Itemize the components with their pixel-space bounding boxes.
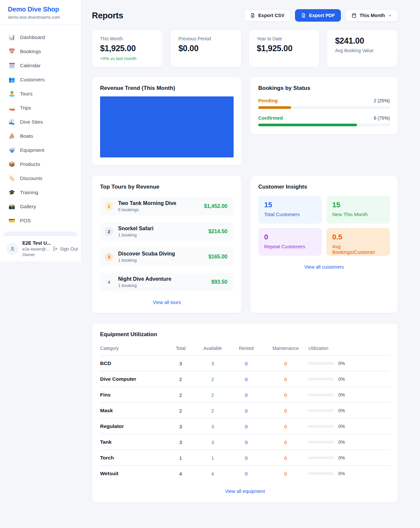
tour-bookings: 1 booking bbox=[118, 283, 171, 288]
tile-label: Total Customers bbox=[264, 212, 316, 217]
page-header: Reports Export CSV Export PDF This Month bbox=[92, 9, 398, 22]
stat-label: Year to Date bbox=[257, 36, 312, 41]
export-file-icon bbox=[301, 13, 306, 18]
sidebar-item-gallery[interactable]: 📸 Gallery bbox=[0, 199, 81, 213]
tile-value: 0.5 bbox=[332, 233, 384, 241]
tour-name: Discover Scuba Diving bbox=[118, 251, 175, 257]
island-icon: 🏝️ bbox=[9, 91, 15, 96]
sidebar-item-label: Boats bbox=[20, 133, 33, 139]
sidebar-item-products[interactable]: 📦 Products bbox=[0, 157, 81, 171]
cell-rented: 0 bbox=[229, 387, 263, 403]
utilization-bar bbox=[308, 409, 334, 412]
cell-maintenance: 0 bbox=[263, 403, 308, 418]
table-row: Torch 1 1 0 0 0% bbox=[100, 450, 390, 466]
cell-total: 1 bbox=[165, 450, 196, 466]
cell-total: 3 bbox=[165, 434, 196, 450]
export-pdf-label: Export PDF bbox=[309, 13, 335, 18]
sidebar-item-discounts[interactable]: 🏷️ Discounts bbox=[0, 171, 81, 185]
tour-row: 4 Night Dive Adventure 1 booking $93.50 bbox=[100, 273, 234, 291]
logout-icon bbox=[53, 246, 58, 252]
sidebar-item-label: Products bbox=[20, 161, 40, 167]
utilization-bar bbox=[308, 394, 334, 396]
view-all-customers-link[interactable]: View all customers bbox=[258, 264, 390, 270]
stat-label: This Month bbox=[100, 36, 155, 41]
tour-bookings: 1 booking bbox=[118, 258, 175, 263]
sidebar-item-label: Gallery bbox=[20, 204, 36, 210]
sidebar-item-label: Tours bbox=[20, 91, 32, 97]
cell-rented: 0 bbox=[229, 434, 263, 450]
tile-repeat-customers: 0 Repeat Customers bbox=[258, 228, 322, 256]
calendar-icon: 🗓️ bbox=[9, 63, 15, 68]
chevron-down-icon bbox=[388, 13, 392, 18]
sidebar-item-customers[interactable]: 👥 Customers bbox=[0, 72, 81, 87]
cell-available: 2 bbox=[196, 371, 229, 387]
sidebar-item-label: Dive Sites bbox=[20, 119, 43, 125]
cell-rented: 0 bbox=[229, 466, 263, 481]
revenue-trend-title: Revenue Trend (This Month) bbox=[100, 85, 234, 91]
utilization-bar bbox=[308, 425, 334, 428]
bookings-by-status-card: Bookings by Status Pending 2 (25%) Confi… bbox=[250, 77, 398, 134]
col-header-rented: Rented bbox=[229, 342, 263, 355]
sign-out-label: Sign Out bbox=[60, 246, 78, 252]
export-csv-button[interactable]: Export CSV bbox=[244, 9, 290, 22]
utilization-bar bbox=[308, 378, 334, 380]
table-row: Mask 2 2 0 0 0% bbox=[100, 403, 390, 418]
sidebar-item-calendar[interactable]: 🗓️ Calendar bbox=[0, 58, 81, 72]
export-pdf-button[interactable]: Export PDF bbox=[295, 9, 341, 22]
view-all-equipment-link[interactable]: View all equipment bbox=[100, 489, 390, 494]
table-row: Dive Computer 2 2 0 0 0% bbox=[100, 371, 390, 387]
sidebar-item-label: Dashboard bbox=[20, 34, 45, 40]
tour-row: 3 Discover Scuba Diving 1 booking $165.0… bbox=[100, 248, 234, 266]
sidebar-item-pos[interactable]: 💳 POS bbox=[0, 213, 81, 228]
tile-avg-bookings: 0.5 Avg Bookings/Customer bbox=[326, 228, 390, 256]
sidebar-item-equipment[interactable]: 🤿 Equipment bbox=[0, 143, 81, 157]
tour-name: Night Dive Adventure bbox=[118, 276, 171, 282]
sidebar-item-training[interactable]: 🎓 Training bbox=[0, 185, 81, 199]
sidebar-item-dive-sites[interactable]: 🌊 Dive Sites bbox=[0, 115, 81, 129]
sidebar-item-trips[interactable]: 🚤 Trips bbox=[0, 101, 81, 115]
top-tours-title: Top Tours by Revenue bbox=[100, 184, 234, 190]
tour-row: 2 Snorkel Safari 1 booking $214.50 bbox=[100, 222, 234, 241]
tour-bookings: 1 booking bbox=[118, 233, 154, 237]
stat-delta: +0% vs last month bbox=[100, 56, 155, 61]
progress-track bbox=[258, 124, 390, 126]
user-name: E2E Test U... bbox=[22, 240, 75, 246]
sidebar-item-bookings[interactable]: 📅 Bookings bbox=[0, 44, 81, 58]
utilization-bar bbox=[308, 457, 334, 459]
sidebar-item-boats[interactable]: ⛵ Boats bbox=[0, 129, 81, 143]
sign-out-button[interactable]: Sign Out bbox=[53, 246, 78, 252]
brand-block: Demo Dive Shop demo.test.divestreams.com bbox=[0, 0, 81, 25]
calendar-icon bbox=[351, 13, 357, 18]
page-title: Reports bbox=[92, 10, 123, 21]
sidebar-item-label: Trips bbox=[20, 105, 31, 111]
package-icon: 📦 bbox=[9, 162, 15, 167]
equipment-utilization-card: Equipment Utilization Category Total Ava… bbox=[92, 323, 398, 503]
cell-rented: 0 bbox=[229, 371, 263, 387]
sidebar: Demo Dive Shop demo.test.divestreams.com… bbox=[0, 0, 81, 261]
utilization-pct: 0% bbox=[338, 424, 345, 429]
sidebar-item-label: Training bbox=[20, 190, 38, 195]
cell-category: Mask bbox=[100, 403, 165, 418]
sidebar-item-label: Customers bbox=[20, 77, 45, 83]
view-all-tours-link[interactable]: View all tours bbox=[100, 300, 234, 305]
cell-available: 4 bbox=[196, 466, 229, 481]
sidebar-item-tours[interactable]: 🏝️ Tours bbox=[0, 87, 81, 101]
tile-value: 15 bbox=[264, 201, 316, 209]
table-row: Tank 3 3 0 0 0% bbox=[100, 434, 390, 450]
rank-badge: 2 bbox=[105, 227, 113, 236]
user-role: Owner bbox=[22, 252, 75, 257]
utilization-bar bbox=[308, 441, 334, 443]
tile-label: Avg Bookings/Customer bbox=[332, 244, 384, 255]
table-row: Regulator 3 3 0 0 0% bbox=[100, 418, 390, 434]
utilization-pct: 0% bbox=[338, 455, 345, 460]
sidebar-item-label: Equipment bbox=[20, 147, 44, 153]
top-tours-card: Top Tours by Revenue 1 Two Tank Morning … bbox=[92, 175, 242, 313]
rank-badge: 4 bbox=[105, 278, 113, 286]
table-row: BCD 3 3 0 0 0% bbox=[100, 355, 390, 371]
period-dropdown[interactable]: This Month bbox=[346, 9, 398, 22]
col-header-available: Available bbox=[196, 342, 229, 355]
sidebar-item-dashboard[interactable]: 📊 Dashboard bbox=[0, 30, 81, 44]
stat-card-year-to-date: Year to Date $1,925.00 bbox=[249, 30, 320, 67]
cell-total: 2 bbox=[165, 403, 196, 418]
sidebar-item-reports[interactable] bbox=[4, 232, 77, 236]
